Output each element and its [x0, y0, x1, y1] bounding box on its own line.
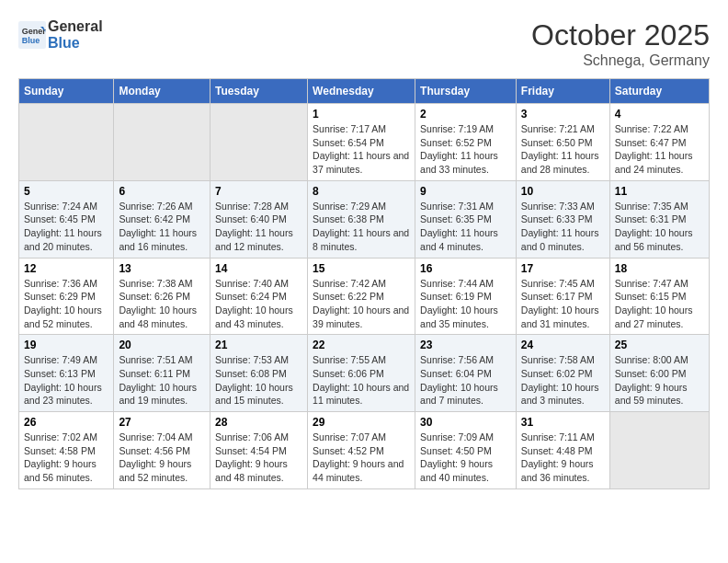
calendar-cell: 3Sunrise: 7:21 AMSunset: 6:50 PMDaylight… — [516, 104, 609, 181]
day-info: Sunrise: 7:51 AMSunset: 6:11 PMDaylight:… — [119, 353, 205, 408]
day-number: 29 — [313, 416, 410, 429]
calendar-cell: 15Sunrise: 7:42 AMSunset: 6:22 PMDayligh… — [308, 258, 415, 335]
day-info: Sunrise: 7:49 AMSunset: 6:13 PMDaylight:… — [24, 353, 108, 408]
calendar-table: SundayMondayTuesdayWednesdayThursdayFrid… — [18, 78, 710, 489]
calendar-cell — [210, 104, 308, 181]
day-number: 10 — [521, 185, 605, 198]
day-number: 18 — [615, 262, 704, 275]
day-info: Sunrise: 7:36 AMSunset: 6:29 PMDaylight:… — [24, 277, 108, 331]
day-info: Sunrise: 7:47 AMSunset: 6:15 PMDaylight:… — [615, 277, 704, 331]
calendar-cell: 25Sunrise: 8:00 AMSunset: 6:00 PMDayligh… — [609, 335, 709, 412]
calendar-week-row: 5Sunrise: 7:24 AMSunset: 6:45 PMDaylight… — [19, 180, 710, 258]
day-info: Sunrise: 7:19 AMSunset: 6:52 PMDaylight:… — [420, 122, 511, 177]
day-number: 19 — [24, 339, 108, 351]
weekday-header-monday: Monday — [114, 79, 210, 104]
calendar-cell: 19Sunrise: 7:49 AMSunset: 6:13 PMDayligh… — [19, 335, 114, 412]
calendar-week-row: 26Sunrise: 7:02 AMSunset: 4:58 PMDayligh… — [19, 412, 710, 489]
calendar-cell: 1Sunrise: 7:17 AMSunset: 6:54 PMDaylight… — [308, 104, 415, 181]
day-info: Sunrise: 7:07 AMSunset: 4:52 PMDaylight:… — [313, 431, 410, 485]
day-number: 5 — [24, 185, 108, 198]
title-section: October 2025 Schnega, Germany — [531, 18, 710, 69]
calendar-cell: 10Sunrise: 7:33 AMSunset: 6:33 PMDayligh… — [516, 180, 609, 258]
day-info: Sunrise: 7:24 AMSunset: 6:45 PMDaylight:… — [24, 200, 108, 254]
day-info: Sunrise: 7:09 AMSunset: 4:50 PMDaylight:… — [420, 431, 511, 485]
calendar-cell: 5Sunrise: 7:24 AMSunset: 6:45 PMDaylight… — [19, 180, 114, 258]
calendar-cell: 11Sunrise: 7:35 AMSunset: 6:31 PMDayligh… — [609, 180, 709, 258]
day-info: Sunrise: 7:28 AMSunset: 6:40 PMDaylight:… — [215, 200, 302, 254]
day-number: 8 — [313, 185, 410, 198]
day-info: Sunrise: 7:53 AMSunset: 6:08 PMDaylight:… — [215, 353, 302, 408]
day-number: 9 — [420, 185, 511, 198]
day-info: Sunrise: 7:38 AMSunset: 6:26 PMDaylight:… — [119, 277, 205, 331]
calendar-cell: 22Sunrise: 7:55 AMSunset: 6:06 PMDayligh… — [308, 335, 415, 412]
calendar-cell: 30Sunrise: 7:09 AMSunset: 4:50 PMDayligh… — [415, 412, 517, 489]
calendar-cell: 12Sunrise: 7:36 AMSunset: 6:29 PMDayligh… — [19, 258, 114, 335]
day-number: 24 — [521, 339, 605, 351]
day-number: 15 — [313, 262, 410, 275]
weekday-header-saturday: Saturday — [609, 79, 709, 104]
calendar-week-row: 19Sunrise: 7:49 AMSunset: 6:13 PMDayligh… — [19, 335, 710, 412]
day-info: Sunrise: 7:29 AMSunset: 6:38 PMDaylight:… — [313, 200, 410, 254]
day-info: Sunrise: 7:31 AMSunset: 6:35 PMDaylight:… — [420, 200, 511, 254]
logo: General Blue General Blue — [18, 18, 103, 51]
day-number: 28 — [215, 416, 302, 429]
day-number: 30 — [420, 416, 511, 429]
day-info: Sunrise: 7:45 AMSunset: 6:17 PMDaylight:… — [521, 277, 605, 331]
day-info: Sunrise: 7:17 AMSunset: 6:54 PMDaylight:… — [313, 122, 410, 177]
day-number: 13 — [119, 262, 205, 275]
day-info: Sunrise: 7:33 AMSunset: 6:33 PMDaylight:… — [521, 200, 605, 254]
day-number: 2 — [420, 108, 511, 121]
day-number: 14 — [215, 262, 302, 275]
day-number: 4 — [615, 108, 704, 121]
calendar-cell: 18Sunrise: 7:47 AMSunset: 6:15 PMDayligh… — [609, 258, 709, 335]
day-info: Sunrise: 7:40 AMSunset: 6:24 PMDaylight:… — [215, 277, 302, 331]
day-number: 22 — [313, 339, 410, 351]
svg-text:Blue: Blue — [22, 36, 40, 45]
day-info: Sunrise: 7:22 AMSunset: 6:47 PMDaylight:… — [615, 122, 704, 177]
day-number: 26 — [24, 416, 108, 429]
calendar-cell: 17Sunrise: 7:45 AMSunset: 6:17 PMDayligh… — [516, 258, 609, 335]
calendar-cell: 20Sunrise: 7:51 AMSunset: 6:11 PMDayligh… — [114, 335, 210, 412]
calendar-cell: 28Sunrise: 7:06 AMSunset: 4:54 PMDayligh… — [210, 412, 308, 489]
day-info: Sunrise: 7:42 AMSunset: 6:22 PMDaylight:… — [313, 277, 410, 331]
weekday-header-friday: Friday — [516, 79, 609, 104]
calendar-cell: 16Sunrise: 7:44 AMSunset: 6:19 PMDayligh… — [415, 258, 517, 335]
calendar-cell — [114, 104, 210, 181]
day-info: Sunrise: 7:04 AMSunset: 4:56 PMDaylight:… — [119, 431, 205, 485]
weekday-header-thursday: Thursday — [415, 79, 517, 104]
calendar-cell: 9Sunrise: 7:31 AMSunset: 6:35 PMDaylight… — [415, 180, 517, 258]
calendar-cell — [609, 412, 709, 489]
day-number: 11 — [615, 185, 704, 198]
calendar-week-row: 1Sunrise: 7:17 AMSunset: 6:54 PMDaylight… — [19, 104, 710, 181]
calendar-cell: 6Sunrise: 7:26 AMSunset: 6:42 PMDaylight… — [114, 180, 210, 258]
logo-icon: General Blue — [18, 21, 46, 49]
day-number: 27 — [119, 416, 205, 429]
calendar-week-row: 12Sunrise: 7:36 AMSunset: 6:29 PMDayligh… — [19, 258, 710, 335]
calendar-cell: 31Sunrise: 7:11 AMSunset: 4:48 PMDayligh… — [516, 412, 609, 489]
weekday-header-wednesday: Wednesday — [308, 79, 415, 104]
day-number: 1 — [313, 108, 410, 121]
day-number: 23 — [420, 339, 511, 351]
calendar-cell: 24Sunrise: 7:58 AMSunset: 6:02 PMDayligh… — [516, 335, 609, 412]
logo-general: General — [48, 18, 103, 35]
day-number: 21 — [215, 339, 302, 351]
day-info: Sunrise: 7:44 AMSunset: 6:19 PMDaylight:… — [420, 277, 511, 331]
day-number: 3 — [521, 108, 605, 121]
calendar-cell: 21Sunrise: 7:53 AMSunset: 6:08 PMDayligh… — [210, 335, 308, 412]
calendar-cell: 8Sunrise: 7:29 AMSunset: 6:38 PMDaylight… — [308, 180, 415, 258]
day-info: Sunrise: 7:06 AMSunset: 4:54 PMDaylight:… — [215, 431, 302, 485]
month-title: October 2025 — [531, 18, 710, 52]
page-header: General Blue General Blue October 2025 S… — [18, 18, 710, 69]
day-info: Sunrise: 7:35 AMSunset: 6:31 PMDaylight:… — [615, 200, 704, 254]
weekday-header-row: SundayMondayTuesdayWednesdayThursdayFrid… — [19, 79, 710, 104]
day-info: Sunrise: 7:21 AMSunset: 6:50 PMDaylight:… — [521, 122, 605, 177]
day-number: 31 — [521, 416, 605, 429]
calendar-cell: 14Sunrise: 7:40 AMSunset: 6:24 PMDayligh… — [210, 258, 308, 335]
logo-blue: Blue — [48, 35, 103, 52]
calendar-cell: 26Sunrise: 7:02 AMSunset: 4:58 PMDayligh… — [19, 412, 114, 489]
day-info: Sunrise: 7:56 AMSunset: 6:04 PMDaylight:… — [420, 353, 511, 408]
calendar-cell: 7Sunrise: 7:28 AMSunset: 6:40 PMDaylight… — [210, 180, 308, 258]
day-number: 17 — [521, 262, 605, 275]
calendar-cell: 2Sunrise: 7:19 AMSunset: 6:52 PMDaylight… — [415, 104, 517, 181]
day-info: Sunrise: 7:55 AMSunset: 6:06 PMDaylight:… — [313, 353, 410, 408]
